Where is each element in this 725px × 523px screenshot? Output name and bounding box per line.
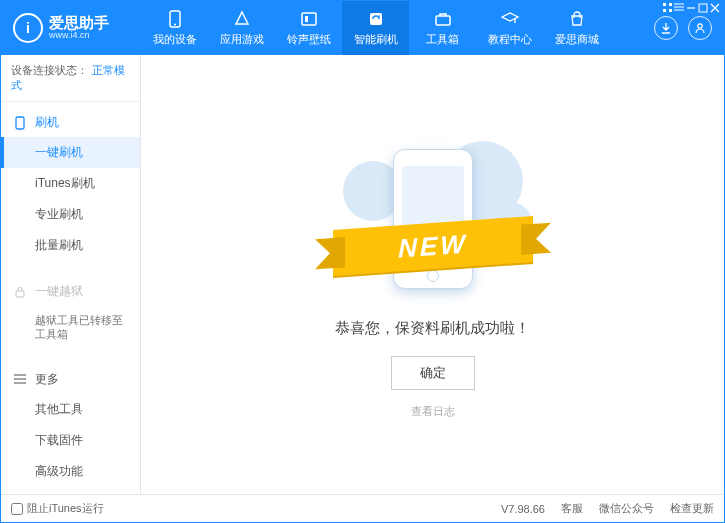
menu-icon[interactable] <box>674 3 684 13</box>
lock-icon <box>13 285 27 299</box>
ok-button[interactable]: 确定 <box>391 356 475 390</box>
svg-point-6 <box>698 24 702 28</box>
sidebar-flash-group: 刷机 一键刷机 iTunes刷机 专业刷机 批量刷机 <box>1 102 140 267</box>
sidebar-head-label: 刷机 <box>35 114 59 131</box>
sidebar-jailbreak-note: 越狱工具已转移至工具箱 <box>1 306 140 349</box>
sidebar-item-other-tools[interactable]: 其他工具 <box>1 394 140 425</box>
nav-store[interactable]: 爱思商城 <box>543 1 610 55</box>
sidebar-item-oneclick-flash[interactable]: 一键刷机 <box>1 137 140 168</box>
sidebar: 设备连接状态：正常模式 刷机 一键刷机 iTunes刷机 专业刷机 批量刷机 一… <box>1 55 141 494</box>
nav-apps-games[interactable]: 应用游戏 <box>208 1 275 55</box>
svg-rect-10 <box>669 9 672 12</box>
version-label: V7.98.66 <box>501 503 545 515</box>
svg-rect-7 <box>663 3 666 6</box>
minimize-button[interactable] <box>686 3 696 13</box>
main-content: NEW 恭喜您，保资料刷机成功啦！ 确定 查看日志 <box>141 55 724 494</box>
msg-prefix: 恭喜您， <box>335 319 395 336</box>
svg-rect-4 <box>370 13 382 25</box>
conn-label: 设备连接状态： <box>11 64 88 76</box>
svg-point-1 <box>174 23 176 25</box>
msg-body: 保资料刷机成功啦！ <box>395 319 530 336</box>
tutorial-icon <box>501 10 519 28</box>
block-itunes-label: 阻止iTunes运行 <box>27 501 104 516</box>
maximize-button[interactable] <box>698 3 708 13</box>
flash-icon <box>367 10 385 28</box>
sidebar-item-pro-flash[interactable]: 专业刷机 <box>1 199 140 230</box>
title-bar: i 爱思助手 www.i4.cn 我的设备 应用游戏 铃声壁纸 智能刷机 <box>1 1 724 55</box>
svg-rect-2 <box>302 13 316 25</box>
user-button[interactable] <box>688 16 712 40</box>
nav-label: 应用游戏 <box>220 32 264 47</box>
logo-letter: i <box>26 20 30 36</box>
sidebar-jailbreak-group: 一键越狱 越狱工具已转移至工具箱 <box>1 271 140 355</box>
svg-rect-9 <box>663 9 666 12</box>
nav-label: 工具箱 <box>426 32 459 47</box>
checkbox-input[interactable] <box>11 503 23 515</box>
status-bar: 阻止iTunes运行 V7.98.66 客服 微信公众号 检查更新 <box>1 494 724 522</box>
connection-status: 设备连接状态：正常模式 <box>1 55 140 102</box>
svg-rect-8 <box>669 3 672 6</box>
logo-icon: i <box>13 13 43 43</box>
store-icon <box>568 10 586 28</box>
nav-label: 铃声壁纸 <box>287 32 331 47</box>
new-ribbon: NEW <box>333 216 533 276</box>
sidebar-item-batch-flash[interactable]: 批量刷机 <box>1 230 140 261</box>
titlebar-user-area <box>654 16 724 40</box>
app-name: 爱思助手 <box>49 15 109 32</box>
body: 设备连接状态：正常模式 刷机 一键刷机 iTunes刷机 专业刷机 批量刷机 一… <box>1 55 724 494</box>
nav-label: 教程中心 <box>488 32 532 47</box>
support-link[interactable]: 客服 <box>561 501 583 516</box>
nav-smart-flash[interactable]: 智能刷机 <box>342 1 409 55</box>
sidebar-head-jailbreak: 一键越狱 <box>1 277 140 306</box>
block-itunes-checkbox[interactable]: 阻止iTunes运行 <box>11 501 104 516</box>
svg-rect-5 <box>436 16 450 25</box>
close-button[interactable] <box>710 3 720 13</box>
svg-rect-3 <box>305 16 308 22</box>
nav-label: 智能刷机 <box>354 32 398 47</box>
nav-toolbox[interactable]: 工具箱 <box>409 1 476 55</box>
sidebar-item-itunes-flash[interactable]: iTunes刷机 <box>1 168 140 199</box>
settings-icon[interactable] <box>663 3 672 13</box>
success-illustration: NEW <box>323 131 543 301</box>
window-controls <box>658 0 725 16</box>
statusbar-right: V7.98.66 客服 微信公众号 检查更新 <box>501 501 714 516</box>
app-url: www.i4.cn <box>49 31 109 41</box>
sidebar-item-advanced[interactable]: 高级功能 <box>1 456 140 487</box>
main-nav: 我的设备 应用游戏 铃声壁纸 智能刷机 工具箱 教程中心 <box>141 1 654 55</box>
download-button[interactable] <box>654 16 678 40</box>
sidebar-more-group: 更多 其他工具 下载固件 高级功能 <box>1 359 140 493</box>
success-message: 恭喜您，保资料刷机成功啦！ <box>335 319 530 338</box>
check-update-link[interactable]: 检查更新 <box>670 501 714 516</box>
sidebar-head-label: 一键越狱 <box>35 283 83 300</box>
logo-area: i 爱思助手 www.i4.cn <box>1 13 141 43</box>
device-icon <box>166 10 184 28</box>
nav-label: 我的设备 <box>153 32 197 47</box>
sidebar-item-download-firmware[interactable]: 下载固件 <box>1 425 140 456</box>
app-window: i 爱思助手 www.i4.cn 我的设备 应用游戏 铃声壁纸 智能刷机 <box>0 0 725 523</box>
logo-text: 爱思助手 www.i4.cn <box>49 15 109 41</box>
nav-label: 爱思商城 <box>555 32 599 47</box>
view-log-link[interactable]: 查看日志 <box>411 404 455 419</box>
toolbox-icon <box>434 10 452 28</box>
svg-rect-12 <box>16 117 24 129</box>
wechat-link[interactable]: 微信公众号 <box>599 501 654 516</box>
sidebar-head-more[interactable]: 更多 <box>1 365 140 394</box>
apps-icon <box>233 10 251 28</box>
sidebar-head-flash[interactable]: 刷机 <box>1 108 140 137</box>
svg-rect-13 <box>16 291 24 297</box>
phone-icon <box>13 116 27 130</box>
menu-icon <box>13 372 27 386</box>
nav-ringtone-wallpaper[interactable]: 铃声壁纸 <box>275 1 342 55</box>
sidebar-head-label: 更多 <box>35 371 59 388</box>
wallpaper-icon <box>300 10 318 28</box>
nav-tutorial[interactable]: 教程中心 <box>476 1 543 55</box>
nav-my-device[interactable]: 我的设备 <box>141 1 208 55</box>
svg-rect-11 <box>699 4 707 12</box>
